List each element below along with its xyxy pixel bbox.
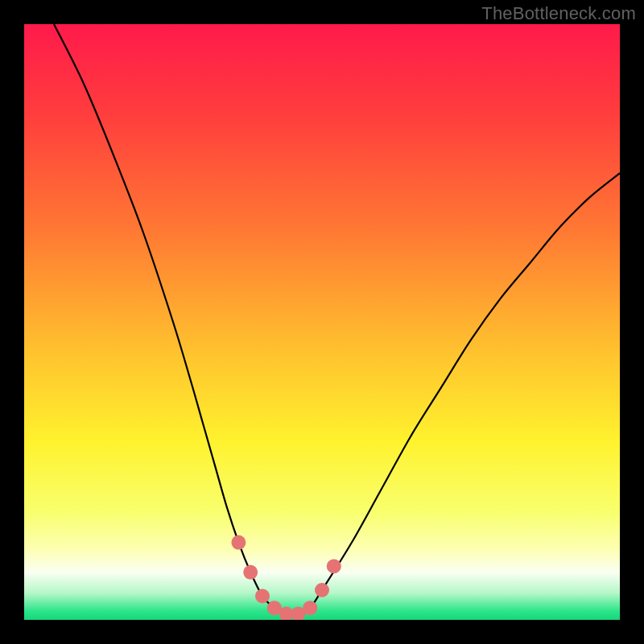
marker-point	[255, 588, 270, 603]
chart-frame: TheBottleneck.com	[0, 0, 644, 644]
highlighted-points	[231, 535, 341, 620]
marker-point	[243, 565, 258, 580]
marker-point	[303, 601, 317, 615]
marker-point	[231, 535, 246, 550]
bottleneck-curve	[54, 24, 620, 615]
marker-point	[315, 583, 329, 597]
marker-point	[327, 559, 341, 573]
bottleneck-curve-svg	[24, 24, 620, 620]
plot-area	[24, 24, 620, 620]
watermark-text: TheBottleneck.com	[481, 3, 636, 24]
